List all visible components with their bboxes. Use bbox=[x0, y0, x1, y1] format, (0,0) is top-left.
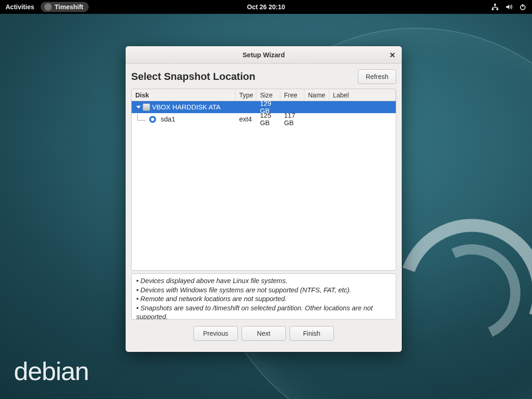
svg-rect-0 bbox=[494, 4, 496, 6]
volume-icon[interactable] bbox=[505, 3, 513, 11]
page-heading: Select Snapshot Location bbox=[131, 71, 353, 83]
note-line: • Remote and network locations are not s… bbox=[136, 295, 391, 304]
disk-tree: Disk Type Size Free Name Label VBOX HARD… bbox=[131, 89, 396, 271]
expand-icon bbox=[136, 106, 141, 109]
col-size[interactable]: Size bbox=[256, 89, 280, 101]
clock[interactable]: Oct 26 20:10 bbox=[247, 3, 285, 11]
note-line: • Devices with Windows file systems are … bbox=[136, 286, 391, 295]
partition-row-sda1[interactable]: sda1 ext4 125 GB 117 GB bbox=[132, 113, 396, 125]
activities-button[interactable]: Activities bbox=[6, 3, 34, 11]
wizard-footer: Previous Next Finish bbox=[131, 320, 396, 342]
gnome-topbar: Activities Timeshift Oct 26 20:10 bbox=[0, 0, 532, 14]
svg-rect-1 bbox=[492, 8, 494, 10]
partition-name: sda1 bbox=[161, 115, 175, 123]
svg-rect-2 bbox=[496, 8, 498, 10]
col-label[interactable]: Label bbox=[329, 89, 396, 101]
note-line: • Devices displayed above have Linux fil… bbox=[136, 277, 391, 286]
titlebar[interactable]: Setup Wizard ✕ bbox=[126, 46, 402, 64]
col-free[interactable]: Free bbox=[280, 89, 304, 101]
note-line: • Snapshots are saved to /timeshift on s… bbox=[136, 304, 391, 320]
app-menu[interactable]: Timeshift bbox=[41, 2, 89, 12]
close-icon[interactable]: ✕ bbox=[387, 50, 397, 60]
partition-type: ext4 bbox=[236, 115, 256, 123]
debian-swirl bbox=[398, 219, 532, 367]
window-title: Setup Wizard bbox=[242, 51, 285, 59]
radio-selected-icon[interactable] bbox=[149, 116, 156, 123]
next-button[interactable]: Next bbox=[242, 326, 286, 341]
disk-name: VBOX HARDDISK ATA bbox=[152, 103, 221, 111]
refresh-button[interactable]: Refresh bbox=[358, 69, 396, 84]
app-menu-label: Timeshift bbox=[54, 3, 83, 11]
finish-button[interactable]: Finish bbox=[290, 326, 334, 341]
col-type[interactable]: Type bbox=[236, 89, 256, 101]
partition-free: 117 GB bbox=[280, 112, 304, 127]
col-disk[interactable]: Disk bbox=[132, 89, 236, 101]
timeshift-icon bbox=[44, 3, 52, 11]
setup-wizard-window: Setup Wizard ✕ Select Snapshot Location … bbox=[126, 46, 402, 352]
partition-size: 125 GB bbox=[256, 112, 280, 127]
network-icon[interactable] bbox=[491, 3, 499, 11]
previous-button[interactable]: Previous bbox=[193, 326, 238, 341]
notes-panel: • Devices displayed above have Linux fil… bbox=[131, 273, 396, 320]
debian-wordmark: debian bbox=[14, 356, 89, 386]
power-icon[interactable] bbox=[519, 3, 526, 11]
harddisk-icon bbox=[143, 103, 150, 111]
col-name[interactable]: Name bbox=[304, 89, 329, 101]
